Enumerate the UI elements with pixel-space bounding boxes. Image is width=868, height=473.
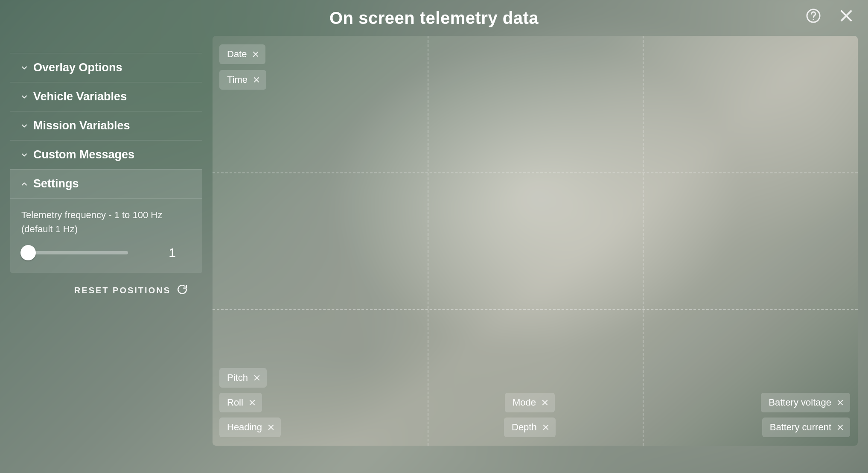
telemetry-canvas[interactable]: Date Time Pitch Roll Heading: [213, 36, 858, 446]
sidebar-section-label: Custom Messages: [33, 148, 134, 161]
chip-label: Depth: [512, 422, 537, 433]
close-icon[interactable]: [252, 373, 262, 382]
sidebar-section-label: Overlay Options: [33, 61, 122, 74]
close-icon[interactable]: [540, 398, 550, 407]
sidebar: Overlay Options Vehicle Variables Missio…: [10, 36, 202, 446]
close-icon[interactable]: [838, 8, 854, 24]
header: On screen telemetry data: [0, 0, 868, 36]
reset-positions-label: RESET POSITIONS: [74, 286, 171, 295]
chevron-down-icon: [20, 150, 29, 160]
slider-value: 1: [169, 245, 191, 260]
help-icon[interactable]: [806, 8, 821, 23]
telemetry-chip-roll[interactable]: Roll: [219, 393, 262, 412]
chip-label: Battery current: [770, 422, 831, 433]
telemetry-chip-battery-current[interactable]: Battery current: [762, 418, 850, 437]
close-icon[interactable]: [251, 50, 260, 59]
close-icon[interactable]: [252, 75, 261, 85]
header-actions: [806, 8, 854, 24]
telemetry-frequency-slider[interactable]: 1: [21, 245, 191, 260]
refresh-icon: [177, 284, 188, 297]
chevron-down-icon: [20, 63, 29, 73]
slider-track[interactable]: [21, 251, 128, 254]
sidebar-section-label: Vehicle Variables: [33, 90, 127, 103]
chevron-up-icon: [20, 179, 29, 189]
sidebar-section-label: Settings: [33, 177, 79, 190]
telemetry-chip-pitch[interactable]: Pitch: [219, 368, 267, 388]
grid-line-horizontal: [213, 172, 858, 173]
close-icon[interactable]: [836, 398, 845, 407]
chip-label: Battery voltage: [769, 397, 831, 408]
page-title: On screen telemetry data: [329, 9, 539, 28]
grid-line-vertical: [428, 36, 428, 446]
telemetry-chip-time[interactable]: Time: [219, 70, 266, 90]
close-icon[interactable]: [541, 423, 551, 432]
settings-description: Telemetry frequency - 1 to 100 Hz (defau…: [21, 208, 191, 236]
sidebar-section-label: Mission Variables: [33, 119, 130, 132]
grid-line-horizontal: [213, 309, 858, 310]
telemetry-chip-depth[interactable]: Depth: [504, 418, 556, 437]
telemetry-chip-heading[interactable]: Heading: [219, 418, 281, 437]
chip-label: Time: [227, 74, 248, 85]
close-icon[interactable]: [266, 423, 276, 432]
chip-label: Roll: [227, 397, 243, 408]
close-icon[interactable]: [836, 423, 845, 432]
close-icon[interactable]: [248, 398, 257, 407]
main: Overlay Options Vehicle Variables Missio…: [0, 36, 868, 456]
chevron-down-icon: [20, 92, 29, 102]
telemetry-chip-mode[interactable]: Mode: [505, 393, 555, 412]
chip-label: Mode: [513, 397, 536, 408]
svg-point-1: [813, 19, 814, 20]
sidebar-section-mission-variables[interactable]: Mission Variables: [10, 111, 202, 140]
slider-knob[interactable]: [20, 245, 36, 260]
canvas-overlay: [213, 36, 858, 446]
sidebar-section-settings[interactable]: Settings: [10, 169, 202, 199]
sidebar-section-vehicle-variables[interactable]: Vehicle Variables: [10, 82, 202, 111]
chip-label: Pitch: [227, 372, 248, 383]
telemetry-chip-date[interactable]: Date: [219, 44, 265, 64]
settings-panel: Telemetry frequency - 1 to 100 Hz (defau…: [10, 199, 202, 273]
sidebar-section-custom-messages[interactable]: Custom Messages: [10, 140, 202, 169]
reset-positions-button[interactable]: RESET POSITIONS: [10, 273, 202, 297]
chip-label: Date: [227, 49, 247, 60]
grid-line-vertical: [643, 36, 644, 446]
telemetry-chip-battery-voltage[interactable]: Battery voltage: [761, 393, 850, 412]
chevron-down-icon: [20, 121, 29, 131]
chip-label: Heading: [227, 422, 262, 433]
sidebar-section-overlay-options[interactable]: Overlay Options: [10, 53, 202, 82]
